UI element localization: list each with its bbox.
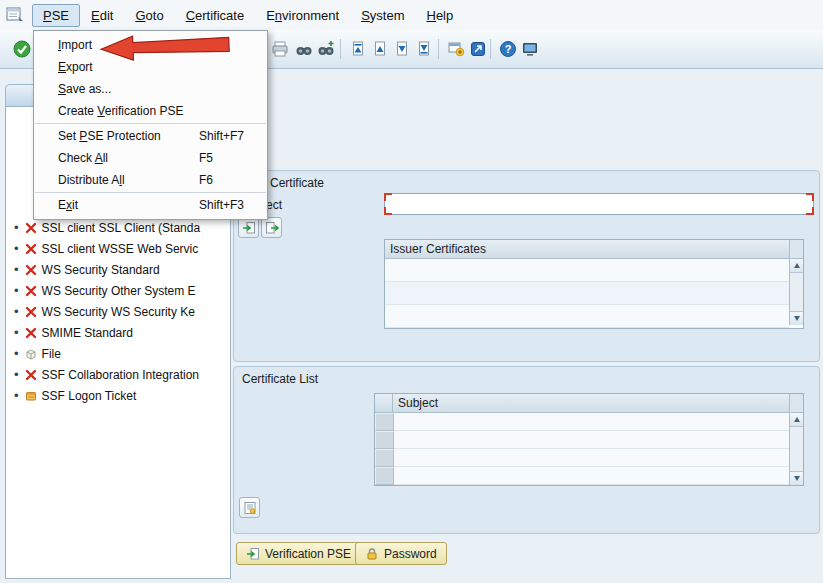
first-page-icon[interactable] [348, 39, 368, 59]
print-icon[interactable] [270, 39, 290, 59]
last-page-icon[interactable] [414, 39, 434, 59]
previous-page-icon[interactable] [370, 39, 390, 59]
menu-item-save-as[interactable]: Save as... [34, 78, 267, 100]
table-row[interactable] [375, 467, 789, 485]
menu-item-distribute-all[interactable]: Distribute All F6 [34, 169, 267, 191]
subject-cell[interactable] [394, 431, 789, 449]
menu-item-label: Distribute All [58, 173, 125, 187]
menu-item-label: Exit [58, 198, 78, 212]
help-icon[interactable]: ? [498, 39, 518, 59]
menu-item-shortcut: F6 [199, 173, 257, 187]
tree-item[interactable]: •SSL client SSL Client (Standa [12, 217, 230, 238]
menu-item-set-pse-protection[interactable]: Set PSE Protection Shift+F7 [34, 125, 267, 147]
row-selector-cell[interactable] [375, 413, 394, 431]
subject-input[interactable] [386, 195, 812, 213]
scroll-up-button[interactable] [790, 259, 803, 273]
menubar-item-edit[interactable]: Edit [80, 4, 124, 27]
tree-item-label: SSF Collaboration Integration [42, 368, 199, 382]
red-x-icon [25, 369, 37, 381]
row-selector-cell[interactable] [375, 467, 394, 485]
required-corner [806, 193, 814, 201]
bullet-icon: • [14, 221, 19, 234]
red-x-icon [25, 327, 37, 339]
row-selector-cell[interactable] [375, 431, 394, 449]
password-label: Password [384, 547, 437, 561]
tree-item-label: WS Security Standard [42, 263, 160, 277]
table-row[interactable] [385, 282, 789, 305]
scroll-down-button[interactable] [790, 471, 803, 485]
down-arrow-icon [794, 476, 800, 481]
tree-item[interactable]: •SSF Logon Ticket [12, 385, 230, 406]
menubar-item-pse[interactable]: PSE [32, 4, 80, 27]
export-certificate-icon [265, 221, 279, 235]
menubar-item-system[interactable]: System [350, 4, 415, 27]
row-selector-cell[interactable] [375, 449, 394, 467]
tree-item[interactable]: •File [12, 343, 230, 364]
bullet-icon: • [14, 284, 19, 297]
create-session-icon[interactable] [446, 39, 466, 59]
import-certificate-icon-button[interactable] [238, 217, 259, 238]
password-button[interactable]: Password [355, 542, 447, 565]
verification-pse-button[interactable]: Verification PSE [236, 542, 361, 565]
red-x-icon [25, 222, 37, 234]
scrollbar-corner [789, 240, 803, 258]
bullet-icon: • [14, 368, 19, 381]
certificate-list-groupbox: Certificate List Subject [233, 366, 820, 534]
menu-item-check-all[interactable]: Check All F5 [34, 147, 267, 169]
next-page-icon[interactable] [392, 39, 412, 59]
issuer-certificates-title: Issuer Certificates [385, 240, 789, 258]
tree-item[interactable]: •WS Security WS Security Ke [12, 301, 230, 322]
window-menu-icon[interactable] [6, 7, 24, 23]
select-all-header-cell[interactable] [375, 394, 393, 412]
menubar-item-goto[interactable]: Goto [124, 4, 174, 27]
menu-item-shortcut: Shift+F7 [199, 129, 257, 143]
certificate-icon-button[interactable] [239, 497, 260, 518]
menubar-item-help[interactable]: Help [415, 4, 464, 27]
table-row[interactable] [375, 431, 789, 449]
bullet-icon: • [14, 326, 19, 339]
scroll-track[interactable] [790, 273, 803, 311]
scroll-down-button[interactable] [790, 311, 803, 325]
up-arrow-icon [794, 417, 800, 422]
issuer-certificates-header: Issuer Certificates [385, 240, 803, 259]
tree-item[interactable]: •SMIME Standard [12, 322, 230, 343]
menubar-item-certificate[interactable]: Certificate [175, 4, 256, 27]
tree-item[interactable]: •WS Security Standard [12, 259, 230, 280]
subject-cell[interactable] [394, 413, 789, 431]
certificate-scrollbar[interactable] [789, 413, 803, 485]
tree-item[interactable]: •SSL client WSSE Web Servic [12, 238, 230, 259]
menu-item-create-verification-pse[interactable]: Create Verification PSE [34, 100, 267, 122]
enter-icon[interactable] [12, 39, 32, 59]
scroll-up-button[interactable] [790, 413, 803, 427]
red-x-icon [25, 264, 37, 276]
table-row[interactable] [375, 413, 789, 431]
tree-item[interactable]: •WS Security Other System E [12, 280, 230, 301]
bullet-icon: • [14, 347, 19, 360]
menu-item-label: Create Verification PSE [58, 104, 183, 118]
red-arrow-annotation [99, 31, 234, 64]
tree-item[interactable]: •SSF Collaboration Integration [12, 364, 230, 385]
create-shortcut-icon[interactable] [468, 39, 488, 59]
customize-layout-icon[interactable] [520, 39, 540, 59]
menu-item-label: Export [58, 60, 93, 74]
menu-item-exit[interactable]: Exit Shift+F3 [34, 194, 267, 216]
export-certificate-icon-button[interactable] [261, 217, 282, 238]
bullet-icon: • [14, 389, 19, 402]
issuer-scrollbar[interactable] [789, 259, 803, 325]
subject-field [384, 193, 814, 215]
subject-cell[interactable] [394, 467, 789, 485]
table-row[interactable] [385, 305, 789, 328]
own-certificate-groupbox: Own Certificate Subject Issuer Certifica… [233, 170, 820, 362]
issuer-certificates-table: Issuer Certificates [384, 239, 804, 329]
menubar-item-environment[interactable]: Environment [255, 4, 350, 27]
tree-item-label: SSL client SSL Client (Standa [42, 221, 201, 235]
find-next-icon[interactable] [316, 39, 336, 59]
scroll-track[interactable] [790, 427, 803, 471]
bullet-icon: • [14, 263, 19, 276]
table-row[interactable] [375, 449, 789, 467]
certificate-table-header: Subject [375, 394, 803, 413]
find-icon[interactable] [294, 39, 314, 59]
subject-cell[interactable] [394, 449, 789, 467]
menu-bar: PSE Edit Goto Certificate Environment Sy… [0, 0, 823, 30]
table-row[interactable] [385, 259, 789, 282]
